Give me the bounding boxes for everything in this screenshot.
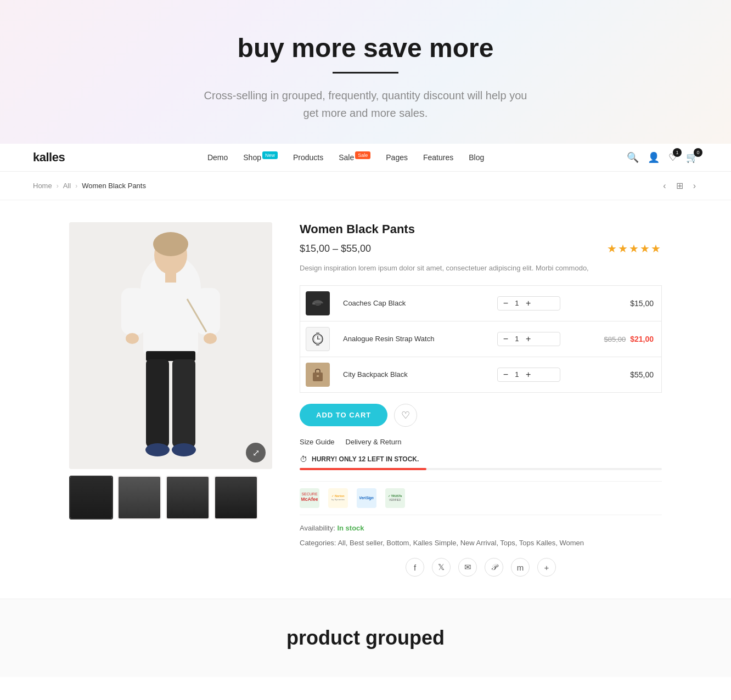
delivery-return-link[interactable]: Delivery & Return	[346, 438, 402, 446]
thumbnail-4[interactable]	[214, 476, 258, 520]
breadcrumb-current: Women Black Pants	[82, 182, 146, 190]
watch-price-original: $85,00	[604, 335, 626, 343]
nav-item-features[interactable]: Features	[423, 153, 453, 162]
nav-link-sale[interactable]: SaleSale	[339, 153, 370, 162]
account-button[interactable]: 👤	[648, 151, 660, 163]
svg-rect-22	[316, 332, 319, 335]
svg-rect-6	[121, 288, 145, 335]
nav-link-products[interactable]: Products	[293, 153, 323, 162]
svg-text:✓ TRUSTe: ✓ TRUSTe	[388, 494, 402, 498]
zoom-button[interactable]: ⤢	[246, 443, 266, 462]
cap-qty-decrease[interactable]: −	[503, 299, 508, 308]
sale-badge: Sale	[355, 151, 370, 159]
nav-item-blog[interactable]: Blog	[469, 153, 484, 162]
breadcrumb: Home › All › Women Black Pants	[33, 182, 146, 190]
nav-link-blog[interactable]: Blog	[469, 153, 484, 162]
messenger-share-button[interactable]: m	[511, 558, 530, 577]
size-guide-link[interactable]: Size Guide	[300, 438, 335, 446]
heart-outline-icon: ♡	[401, 409, 410, 421]
trust-badges: McAfee SECURE ✓ Norton by Symantec	[300, 481, 662, 515]
twitter-share-button[interactable]: 𝕏	[432, 558, 451, 577]
nav-link-shop[interactable]: ShopNew	[243, 153, 278, 162]
nav-link-features[interactable]: Features	[423, 153, 453, 162]
product-row-watch: Analogue Resin Strap Watch − 1 + $85,00 …	[300, 321, 662, 357]
product-title: Women Black Pants	[300, 222, 662, 236]
thumb-img-2	[119, 477, 160, 518]
watch-qty-control: − 1 +	[497, 332, 561, 346]
svg-rect-23	[316, 343, 319, 346]
breadcrumb-all[interactable]: All	[63, 182, 71, 190]
cap-icon	[310, 296, 325, 311]
star-rating: ★★★★★	[607, 242, 662, 255]
thumb-img-3	[167, 477, 209, 518]
email-share-button[interactable]: ✉	[458, 558, 477, 577]
breadcrumb-home[interactable]: Home	[33, 182, 52, 190]
norton-icon: ✓ Norton by Symantec	[328, 488, 348, 508]
watch-qty-decrease[interactable]: −	[503, 335, 508, 343]
svg-text:SECURE: SECURE	[301, 492, 318, 496]
product-section: ⤢ Women Black Pants $15,00 – $55,00 ★★★★…	[36, 200, 695, 599]
watch-price-cell: $85,00 $21,00	[566, 321, 661, 357]
thumbnail-row	[69, 476, 272, 520]
svg-text:McAfee: McAfee	[301, 496, 318, 502]
product-svg	[69, 222, 272, 469]
wishlist-button[interactable]: ♡ 1	[668, 151, 677, 163]
cap-qty-control: − 1 +	[497, 296, 561, 311]
guide-links: Size Guide Delivery & Return	[300, 438, 662, 446]
logo[interactable]: kalles	[33, 150, 65, 165]
categories-list: All, Best seller, Bottom, Kalles Simple,…	[338, 539, 584, 547]
cap-qty-increase[interactable]: +	[526, 299, 531, 308]
truste-badge: ✓ TRUSTe VERIFIED	[385, 488, 405, 508]
wishlist-button-product[interactable]: ♡	[394, 404, 417, 427]
svg-rect-7	[196, 288, 220, 335]
nav-item-sale[interactable]: SaleSale	[339, 153, 370, 162]
thumbnail-1[interactable]	[69, 476, 113, 520]
breadcrumb-next-button[interactable]: ›	[691, 179, 698, 193]
nav-icons: 🔍 👤 ♡ 1 🛒 0	[627, 151, 698, 163]
nav-item-demo[interactable]: Demo	[207, 153, 228, 162]
bag-thumbnail	[306, 363, 330, 387]
main-product-image: ⤢	[69, 222, 272, 469]
thumbnail-3[interactable]	[166, 476, 210, 520]
verisign-badge: VeriSign	[357, 488, 376, 508]
svg-text:✓ Norton: ✓ Norton	[331, 494, 344, 498]
bag-qty-cell: − 1 +	[492, 357, 566, 392]
cap-name: Coaches Cap Black	[343, 299, 406, 307]
breadcrumb-grid-button[interactable]: ⊞	[674, 178, 685, 193]
bag-qty-control: − 1 +	[497, 368, 561, 382]
search-icon: 🔍	[627, 152, 639, 163]
nav-link-demo[interactable]: Demo	[207, 153, 228, 162]
shop-badge: New	[262, 151, 278, 159]
mcafee-icon: McAfee SECURE	[300, 488, 319, 508]
svg-rect-17	[312, 303, 315, 304]
svg-text:by Symantec: by Symantec	[331, 498, 345, 501]
grid-icon: ⊞	[676, 181, 683, 190]
facebook-share-button[interactable]: f	[406, 558, 424, 577]
user-icon: 👤	[648, 152, 660, 163]
zoom-icon: ⤢	[252, 448, 260, 458]
cart-button[interactable]: 🛒 0	[686, 151, 698, 163]
watch-qty-increase[interactable]: +	[526, 335, 531, 343]
svg-rect-25	[317, 375, 319, 377]
svg-rect-12	[172, 359, 195, 447]
bag-qty-decrease[interactable]: −	[503, 370, 508, 379]
product-row-cap: Coaches Cap Black − 1 + $15,00	[300, 285, 662, 321]
search-button[interactable]: 🔍	[627, 151, 639, 163]
more-share-button[interactable]: +	[537, 558, 556, 577]
nav-item-shop[interactable]: ShopNew	[243, 153, 278, 162]
bag-qty-increase[interactable]: +	[526, 370, 531, 379]
categories-label: Categories:	[300, 539, 336, 547]
thumbnail-2[interactable]	[117, 476, 161, 520]
watch-qty-value: 1	[513, 335, 521, 343]
add-to-cart-button[interactable]: ADD TO CART	[300, 404, 387, 426]
cap-qty-value: 1	[513, 299, 521, 307]
hero-section: buy more save more Cross-selling in grou…	[0, 0, 731, 144]
timer-icon: ⏱	[300, 455, 307, 464]
pinterest-share-button[interactable]: 𝒫	[485, 558, 503, 577]
breadcrumb-prev-button[interactable]: ‹	[661, 179, 668, 193]
nav-item-products[interactable]: Products	[293, 153, 323, 162]
product-description: Design inspiration lorem ipsum dolor sit…	[300, 263, 662, 274]
nav-item-pages[interactable]: Pages	[386, 153, 408, 162]
nav-link-pages[interactable]: Pages	[386, 153, 408, 162]
stock-warning: ⏱ HURRY! ONLY 12 LEFT IN STOCK.	[300, 455, 662, 464]
